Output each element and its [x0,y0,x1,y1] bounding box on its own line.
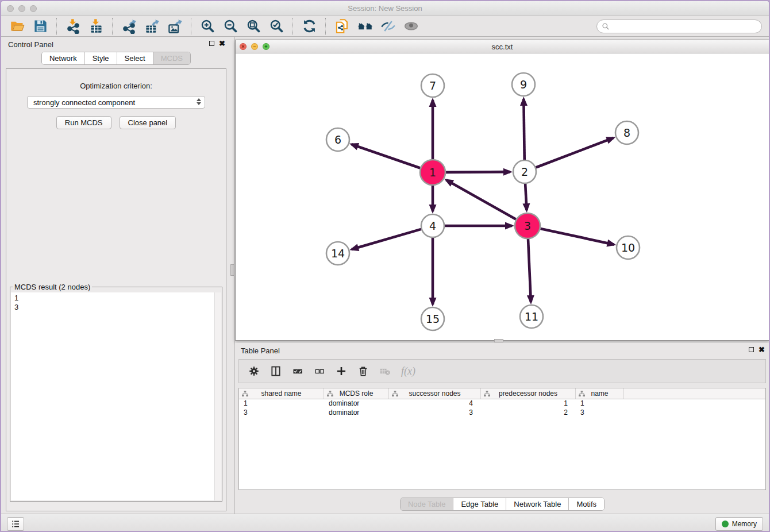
zoom-in-icon[interactable] [196,17,219,36]
column-header-predecessor-nodes[interactable]: predecessor nodes [481,388,576,399]
hide-selected-eye-icon[interactable] [376,17,399,36]
table-row[interactable]: 1dominator411 [239,399,765,408]
deselect-all-columns-icon[interactable] [314,365,325,377]
open-session-icon[interactable] [6,17,29,36]
edge-2-3[interactable] [525,184,526,210]
result-scrollbar[interactable] [214,292,221,500]
table-row[interactable]: 3dominator323 [239,408,765,418]
add-column-icon[interactable] [336,365,347,377]
zoom-selected-icon[interactable] [265,17,288,36]
edge-1-6[interactable] [352,144,421,168]
column-header-successor-nodes[interactable]: successor nodes [389,388,481,399]
table-cell[interactable]: 1 [239,399,324,408]
search-field[interactable] [596,20,762,33]
export-network-icon[interactable] [117,17,140,36]
save-session-icon[interactable] [29,17,52,36]
network-canvas[interactable]: 7968124314101511 [236,53,769,340]
select-stepper-icon [197,98,201,105]
mcds-result-title: MCDS result (2 nodes) [13,283,92,291]
table-panel: Table Panel ✖ [235,343,769,511]
close-panel-button[interactable]: Close panel [120,116,176,129]
export-image-icon[interactable] [163,17,186,36]
search-icon [602,22,610,30]
edge-4-14[interactable] [352,229,421,249]
toolbar-separator [112,18,113,35]
tab-select[interactable]: Select [117,52,153,64]
control-panel: Control Panel ✖ NetworkStyleSelectMCDS O… [1,37,231,514]
optimization-criterion-label: Optimization criterion: [6,82,226,90]
tab-style[interactable]: Style [84,52,117,64]
table-options-gear-icon[interactable] [248,365,260,377]
node-label-3: 3 [524,219,531,232]
column-header-shared-name[interactable]: shared name [239,388,324,399]
control-panel-title: Control Panel [8,40,53,49]
home-icon[interactable] [353,17,376,36]
tab-node-table[interactable]: Node Table [401,498,453,510]
node-label-7: 7 [429,79,436,92]
panel-splitter[interactable] [230,37,235,514]
window-titlebar: Session: New Session [1,1,769,16]
table-cell[interactable]: 3 [576,408,624,418]
edge-1-2[interactable] [446,172,510,172]
table-panel-title: Table Panel [241,346,280,355]
main-toolbar [1,16,769,37]
status-bar: Memory [1,514,769,532]
network-window-titlebar[interactable]: × – + scc.txt [236,40,769,53]
tab-network-table[interactable]: Network Table [506,498,568,510]
table-cell[interactable]: 3 [239,408,324,418]
mcds-result-group: MCDS result (2 nodes) 1 3 [10,283,222,502]
toolbar-separator [292,18,293,35]
import-network-icon[interactable] [61,17,84,36]
splitter-handle[interactable] [230,264,234,276]
edge-2-9[interactable] [523,99,524,160]
edge-3-1[interactable] [446,180,516,219]
close-panel-icon[interactable]: ✖ [219,40,225,47]
float-panel-icon[interactable] [209,41,214,46]
memory-button[interactable]: Memory [715,517,763,531]
network-window-title: scc.txt [236,43,769,51]
show-columns-icon[interactable] [270,365,282,377]
first-neighbors-icon[interactable] [330,17,353,36]
task-history-button[interactable] [7,517,24,531]
horizontal-splitter-handle[interactable] [494,339,503,342]
toolbar-separator [56,18,57,35]
table-cell[interactable]: dominator [324,399,389,408]
edge-3-10[interactable] [540,229,614,245]
import-table-icon[interactable] [84,17,107,36]
node-label-14: 14 [331,247,345,260]
edge-3-11[interactable] [528,239,531,302]
delete-column-trash-icon[interactable] [357,365,369,377]
node-label-8: 8 [623,126,630,139]
float-table-panel-icon[interactable] [749,347,754,352]
tab-network[interactable]: Network [42,52,84,64]
tab-mcds[interactable]: MCDS [153,52,190,64]
edge-2-8[interactable] [536,138,614,168]
show-all-eye-icon[interactable] [399,17,422,36]
table-toolbar: f(x) [238,359,766,383]
column-header-name[interactable]: name [576,388,624,399]
table-cell[interactable]: 4 [389,399,481,408]
refresh-icon[interactable] [298,17,321,36]
criterion-select[interactable]: strongly connected component [27,96,205,109]
table-cell[interactable]: 2 [481,408,576,418]
close-table-panel-icon[interactable]: ✖ [759,346,765,353]
tab-edge-table[interactable]: Edge Table [453,498,506,510]
zoom-out-icon[interactable] [219,17,242,36]
search-input[interactable] [610,22,761,30]
mcds-result-list[interactable]: 1 3 [11,292,221,500]
memory-status-icon [722,521,729,527]
table-cell[interactable]: 1 [481,399,576,408]
node-label-4: 4 [429,219,436,232]
table-cell[interactable]: 3 [389,408,481,418]
run-mcds-button[interactable]: Run MCDS [56,116,111,129]
column-header-mcds-role[interactable]: MCDS role [324,388,389,399]
table-cell[interactable]: 1 [576,399,624,408]
tab-motifs[interactable]: Motifs [568,498,604,510]
toolbar-separator [325,18,326,35]
export-table-icon[interactable] [140,17,163,36]
criterion-select-value: strongly connected component [33,98,135,107]
zoom-fit-icon[interactable] [242,17,265,36]
memory-label: Memory [732,520,757,528]
select-all-columns-icon[interactable] [292,365,303,377]
table-cell[interactable]: dominator [324,408,389,418]
